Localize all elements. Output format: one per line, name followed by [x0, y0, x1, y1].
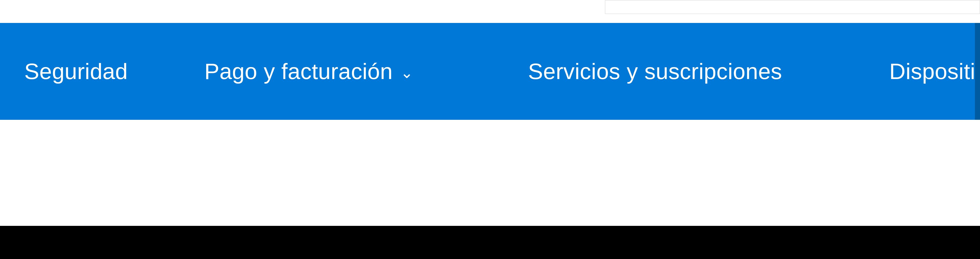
chevron-down-icon: ⌄ — [401, 65, 414, 81]
nav-item-servicios-suscripciones[interactable]: Servicios y suscripciones — [528, 23, 782, 120]
nav-label-servicios: Servicios y suscripciones — [528, 58, 782, 84]
nav-label-seguridad: Seguridad — [24, 58, 128, 84]
nav-item-pago-facturacion[interactable]: Pago y facturación ⌄ — [204, 23, 413, 120]
nav-item-dispositivos[interactable]: Dispositivos — [889, 23, 980, 120]
nav-label-dispositivos: Dispositivos — [889, 58, 980, 84]
letterbox-bottom — [0, 226, 980, 259]
nav-label-pago: Pago y facturación — [204, 58, 393, 84]
nav-edge-shadow — [975, 23, 980, 120]
nav-item-seguridad[interactable]: Seguridad — [24, 23, 128, 120]
account-nav-bar: Seguridad Pago y facturación ⌄ Servicios… — [0, 23, 980, 120]
top-input-outline[interactable] — [605, 0, 980, 14]
